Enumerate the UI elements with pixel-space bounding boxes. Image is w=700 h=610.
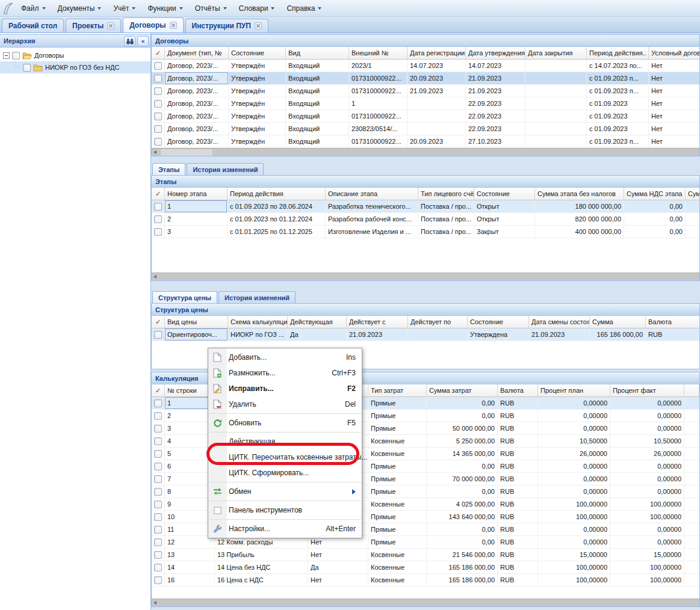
tree-node[interactable]: Договоры <box>0 49 150 61</box>
table-row[interactable]: 1616 Цена с НДСНетКосвенные165 186 000,0… <box>152 574 699 587</box>
column-header[interactable]: Номер этапа <box>165 188 228 200</box>
row-checkbox[interactable] <box>154 437 162 445</box>
row-checkbox[interactable] <box>154 125 162 133</box>
column-header[interactable]: Состояние <box>474 188 535 200</box>
row-checkbox[interactable] <box>154 576 162 584</box>
row-checkbox[interactable] <box>154 450 162 458</box>
scroll-left-icon[interactable] <box>153 150 156 154</box>
column-header[interactable]: Документ (тип, № <box>165 47 229 59</box>
row-checkbox[interactable] <box>154 488 162 496</box>
row-checkbox[interactable] <box>154 138 162 146</box>
column-header[interactable]: Процент факт <box>610 384 684 396</box>
menu-item-обновить[interactable]: ОбновитьF5 <box>208 415 362 431</box>
menu-item-удалить[interactable]: УдалитьDel <box>208 396 362 412</box>
column-header[interactable]: Дата закрытия <box>525 47 587 59</box>
row-checkbox[interactable] <box>154 228 162 236</box>
column-header[interactable]: Дата утверждения <box>466 47 525 59</box>
row-checkbox[interactable] <box>154 62 162 70</box>
menubar-item-7[interactable]: Справка <box>281 2 327 15</box>
row-checkbox[interactable] <box>154 100 162 108</box>
tree-node[interactable]: НИОКР по ГОЗ без НДС <box>0 61 150 73</box>
row-checkbox[interactable] <box>154 551 162 559</box>
stages-horizontal-scrollbar[interactable] <box>152 273 699 280</box>
table-row[interactable]: 1с 01.09.2023 по 28.06.2024Разработка те… <box>152 200 699 213</box>
column-header[interactable]: Действует по <box>408 316 468 328</box>
tab-рабочий-стол[interactable]: Рабочий стол <box>2 19 64 32</box>
stages-tab-1[interactable]: Этапы <box>152 163 185 175</box>
column-header[interactable]: Условный догов <box>649 47 699 59</box>
tree-checkbox[interactable] <box>12 52 20 60</box>
select-all-header[interactable]: ✓ <box>152 384 165 396</box>
select-all-header[interactable]: ✓ <box>152 316 165 328</box>
menubar-item-6[interactable]: Словари <box>234 2 280 15</box>
table-row[interactable]: 1313 ПрибыльНетКосвенные21 546 000,00RUB… <box>152 549 699 561</box>
column-header[interactable]: Действующая <box>288 316 347 328</box>
column-header[interactable]: Внешний № <box>349 47 407 59</box>
table-row[interactable]: Договор, 2023/...УтверждёнВходящий017310… <box>152 85 699 97</box>
row-checkbox[interactable] <box>154 87 162 95</box>
column-header[interactable]: Сумма этапа без налогов <box>535 188 624 200</box>
menu-item-действующая[interactable]: Действующая... <box>208 434 362 449</box>
column-header[interactable]: Период действия.. <box>587 47 649 59</box>
menu-item-цитк-сформировать[interactable]: ЦИТК. Сформировать... <box>208 465 362 481</box>
column-header[interactable]: Состояние <box>229 47 286 59</box>
search-button[interactable] <box>124 36 135 46</box>
tab-проекты[interactable]: Проекты <box>66 19 121 32</box>
column-header[interactable]: Вид цены <box>165 316 228 328</box>
column-header[interactable]: Период действия <box>228 188 326 200</box>
tab-close-icon[interactable] <box>107 22 114 29</box>
select-all-header[interactable]: ✓ <box>152 188 165 200</box>
column-header[interactable]: Сум <box>686 188 699 200</box>
column-header[interactable]: Сумма затрат <box>427 384 498 396</box>
row-checkbox[interactable] <box>154 75 162 82</box>
row-checkbox[interactable] <box>154 501 162 508</box>
column-header[interactable]: Тип затрат <box>368 384 427 396</box>
column-header[interactable]: Валюта <box>498 384 538 396</box>
column-header[interactable]: Дата регистрации. <box>407 47 466 59</box>
table-row[interactable]: Договор, 2023/...УтверждёнВходящий230823… <box>152 123 699 135</box>
column-header[interactable]: Состояние <box>468 316 529 328</box>
row-checkbox[interactable] <box>154 513 162 521</box>
menubar-item-3[interactable]: Учёт <box>108 2 141 15</box>
table-row[interactable]: 3с 01.01.2025 по 01.12.2025Изготовление … <box>152 226 699 238</box>
column-header[interactable]: Сумма НДС этапа <box>624 188 686 200</box>
column-header[interactable]: Сумма <box>590 316 646 328</box>
tab-close-icon[interactable] <box>170 22 177 29</box>
column-header[interactable]: Действует с <box>347 316 408 328</box>
table-row[interactable]: Договор, 2023/...УтверждёнВходящий017310… <box>152 135 699 148</box>
row-checkbox[interactable] <box>154 425 162 433</box>
row-checkbox[interactable] <box>154 463 162 470</box>
menu-item-цитк-пересчитать-косвенные-затраты[interactable]: ЦИТК. Пересчитать косвенные затраты... <box>208 449 362 465</box>
column-header[interactable]: Схема калькуляци <box>228 316 288 328</box>
table-row[interactable]: Ориентировоч...НИОКР по ГОЗ ...Да21.09.2… <box>152 328 699 341</box>
menubar-item-2[interactable]: Документы <box>52 2 107 15</box>
menu-item-размножить[interactable]: Размножить...Ctrl+F3 <box>208 365 362 381</box>
tab-инструкции-пуп[interactable]: Инструкции ПУП <box>185 19 268 32</box>
scroll-left-icon[interactable] <box>153 275 156 279</box>
menu-item-панель-инструментов[interactable]: Панель инструментов <box>208 502 362 518</box>
row-checkbox[interactable] <box>154 526 162 534</box>
price-tab-1[interactable]: Структура цены <box>152 291 217 303</box>
menubar-item-1[interactable]: Файл <box>16 2 51 15</box>
select-all-header[interactable]: ✓ <box>152 47 165 59</box>
scroll-thumb[interactable] <box>161 149 212 156</box>
tab-close-icon[interactable] <box>255 22 262 29</box>
tab-договоры[interactable]: Договоры <box>123 17 183 32</box>
column-header[interactable]: Дата смены состоя <box>529 316 590 328</box>
table-row[interactable]: Договор, 2023/...УтверждёнВходящий017310… <box>152 72 699 85</box>
menu-item-настройки[interactable]: Настройки...Alt+Enter <box>208 521 362 537</box>
table-row[interactable]: 1414 Цена без НДСДаКосвенные165 186 000,… <box>152 561 699 574</box>
price-tab-2[interactable]: История изменений <box>218 291 296 303</box>
stages-tab-2[interactable]: История изменений <box>187 163 264 175</box>
menubar-item-5[interactable]: Отчёты <box>190 2 232 15</box>
row-checkbox[interactable] <box>154 399 162 407</box>
row-checkbox[interactable] <box>154 112 162 120</box>
scroll-left-icon[interactable] <box>153 601 156 605</box>
collapse-button[interactable]: « <box>137 36 149 46</box>
minus-box-icon[interactable] <box>3 52 10 59</box>
menu-item-обмен[interactable]: Обмен <box>208 484 362 499</box>
row-checkbox[interactable] <box>154 215 162 223</box>
menu-item-добавить[interactable]: Добавить...Ins <box>208 350 362 365</box>
column-header[interactable]: Тип лицевого счёт <box>418 188 474 200</box>
calculation-horizontal-scrollbar[interactable] <box>152 599 699 606</box>
